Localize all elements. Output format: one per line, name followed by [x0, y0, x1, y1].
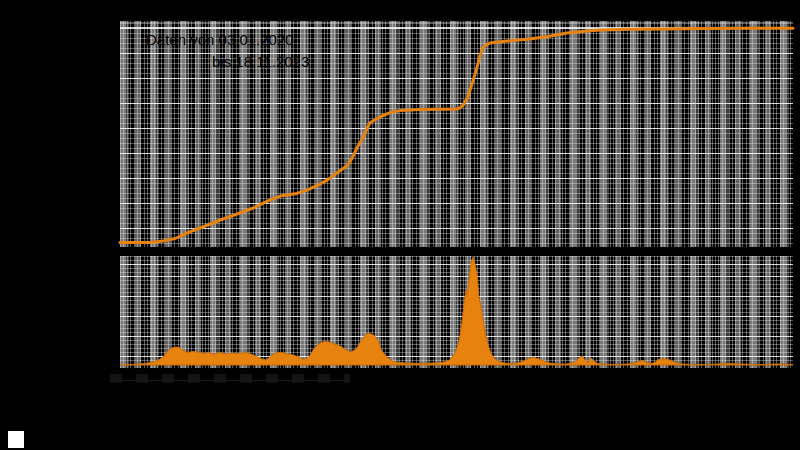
daily-area-svg: [120, 256, 793, 368]
cumulative-panel: Daten von 03.01.2020 bis 18.11.2023: [120, 21, 793, 247]
chart-canvas: Daten von 03.01.2020 bis 18.11.2023: [0, 0, 800, 450]
daily-area: [120, 257, 793, 365]
x-axis-label-smudge: [110, 374, 350, 383]
daily-panel: [120, 256, 793, 368]
white-square-marker: [8, 431, 24, 448]
annotation-line1: Daten von 03.01.2020: [146, 29, 294, 51]
annotation-line2: bis 18.11.2023: [212, 51, 309, 73]
